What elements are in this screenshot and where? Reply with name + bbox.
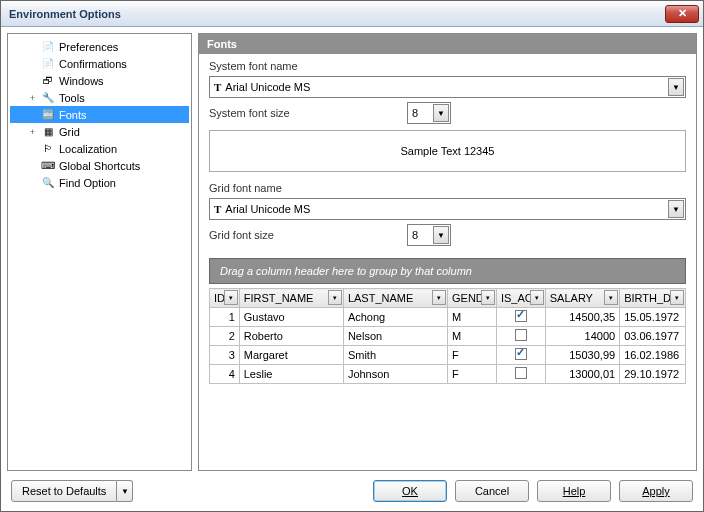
cell: Smith xyxy=(343,346,447,365)
tree-icon: 🔧 xyxy=(41,91,55,105)
expand-icon[interactable]: + xyxy=(28,127,37,137)
col-header-salary[interactable]: SALARY▾ xyxy=(545,289,619,308)
cell: 2 xyxy=(210,327,240,346)
window-title: Environment Options xyxy=(9,8,121,20)
grid-font-name-value: Arial Unicode MS xyxy=(225,203,310,215)
sys-font-name-value: Arial Unicode MS xyxy=(225,81,310,93)
col-header-gend[interactable]: GEND▾ xyxy=(448,289,497,308)
sys-font-name-combo[interactable]: T Arial Unicode MS ▼ xyxy=(209,76,686,98)
cell: Margaret xyxy=(239,346,343,365)
cell xyxy=(496,327,545,346)
label-sys-font-name: System font name xyxy=(209,60,686,72)
cell xyxy=(496,308,545,327)
cell xyxy=(496,365,545,384)
checkbox[interactable] xyxy=(515,310,527,322)
cell: 1 xyxy=(210,308,240,327)
cell: M xyxy=(448,308,497,327)
chevron-down-icon[interactable]: ▾ xyxy=(328,290,342,305)
tree-label: Find Option xyxy=(59,177,116,189)
nav-tree[interactable]: 📄Preferences📄Confirmations🗗Windows+🔧Tool… xyxy=(7,33,192,471)
expand-icon[interactable]: + xyxy=(28,93,37,103)
cell: M xyxy=(448,327,497,346)
label-grid-font-name: Grid font name xyxy=(209,182,686,194)
cell: 16.02.1986 xyxy=(620,346,686,365)
content-panel: Fonts System font name T Arial Unicode M… xyxy=(198,33,697,471)
tree-item-find-option[interactable]: 🔍Find Option xyxy=(10,174,189,191)
checkbox[interactable] xyxy=(515,367,527,379)
chevron-down-icon[interactable]: ▾ xyxy=(530,290,544,305)
grid-font-size-combo[interactable]: 8 ▼ xyxy=(407,224,451,246)
font-icon: T xyxy=(214,81,221,93)
table-row[interactable]: 2RobertoNelsonM1400003.06.1977 xyxy=(210,327,686,346)
data-grid[interactable]: ID▾FIRST_NAME▾LAST_NAME▾GEND▾IS_AC▾SALAR… xyxy=(209,288,686,384)
cell: 03.06.1977 xyxy=(620,327,686,346)
cell: 3 xyxy=(210,346,240,365)
tree-icon: ▦ xyxy=(41,125,55,139)
tree-label: Fonts xyxy=(59,109,87,121)
cell: Leslie xyxy=(239,365,343,384)
col-header-is_ac[interactable]: IS_AC▾ xyxy=(496,289,545,308)
col-label: IS_AC xyxy=(501,292,533,304)
tree-icon: 📄 xyxy=(41,57,55,71)
tree-item-preferences[interactable]: 📄Preferences xyxy=(10,38,189,55)
cell: Johnson xyxy=(343,365,447,384)
tree-icon: 🔍 xyxy=(41,176,55,190)
grid-font-size-value: 8 xyxy=(412,229,418,241)
table-row[interactable]: 3MargaretSmithF15030,9916.02.1986 xyxy=(210,346,686,365)
ok-button[interactable]: OK xyxy=(373,480,447,502)
cell: Roberto xyxy=(239,327,343,346)
tree-item-tools[interactable]: +🔧Tools xyxy=(10,89,189,106)
tree-item-global-shortcuts[interactable]: ⌨Global Shortcuts xyxy=(10,157,189,174)
tree-label: Windows xyxy=(59,75,104,87)
tree-item-grid[interactable]: +▦Grid xyxy=(10,123,189,140)
cancel-button[interactable]: Cancel xyxy=(455,480,529,502)
tree-item-windows[interactable]: 🗗Windows xyxy=(10,72,189,89)
col-header-first_name[interactable]: FIRST_NAME▾ xyxy=(239,289,343,308)
table-row[interactable]: 1GustavoAchongM14500,3515.05.1972 xyxy=(210,308,686,327)
cell: Gustavo xyxy=(239,308,343,327)
tree-label: Localization xyxy=(59,143,117,155)
reset-defaults-button[interactable]: Reset to Defaults xyxy=(11,480,117,502)
chevron-down-icon[interactable]: ▼ xyxy=(433,104,449,122)
checkbox[interactable] xyxy=(515,329,527,341)
font-icon: T xyxy=(214,203,221,215)
help-button[interactable]: Help xyxy=(537,480,611,502)
apply-button[interactable]: Apply xyxy=(619,480,693,502)
reset-defaults-split[interactable]: Reset to Defaults ▼ xyxy=(11,480,133,502)
sample-box: Sample Text 12345 xyxy=(209,130,686,172)
sys-font-size-value: 8 xyxy=(412,107,418,119)
chevron-down-icon[interactable]: ▾ xyxy=(224,290,238,305)
chevron-down-icon[interactable]: ▾ xyxy=(670,290,684,305)
tree-label: Preferences xyxy=(59,41,118,53)
cell: Achong xyxy=(343,308,447,327)
tree-icon: ⌨ xyxy=(41,159,55,173)
sample-text: Sample Text 12345 xyxy=(401,145,495,157)
checkbox[interactable] xyxy=(515,348,527,360)
dialog-footer: Reset to Defaults ▼ OK Cancel Help Apply xyxy=(1,477,703,505)
grid-font-name-combo[interactable]: T Arial Unicode MS ▼ xyxy=(209,198,686,220)
col-header-birth_d[interactable]: BIRTH_D▾ xyxy=(620,289,686,308)
chevron-down-icon[interactable]: ▾ xyxy=(481,290,495,305)
col-label: FIRST_NAME xyxy=(244,292,314,304)
close-button[interactable]: ✕ xyxy=(665,5,699,23)
col-header-last_name[interactable]: LAST_NAME▾ xyxy=(343,289,447,308)
chevron-down-icon[interactable]: ▼ xyxy=(433,226,449,244)
tree-icon: 🔤 xyxy=(41,108,55,122)
table-row[interactable]: 4LeslieJohnsonF13000,0129.10.1972 xyxy=(210,365,686,384)
chevron-down-icon[interactable]: ▾ xyxy=(604,290,618,305)
group-by-bar[interactable]: Drag a column header here to group by th… xyxy=(209,258,686,284)
tree-item-fonts[interactable]: 🔤Fonts xyxy=(10,106,189,123)
sys-font-size-combo[interactable]: 8 ▼ xyxy=(407,102,451,124)
chevron-down-icon[interactable]: ▼ xyxy=(117,480,133,502)
col-header-id[interactable]: ID▾ xyxy=(210,289,240,308)
label-sys-font-size: System font size xyxy=(209,107,399,119)
tree-label: Confirmations xyxy=(59,58,127,70)
tree-item-confirmations[interactable]: 📄Confirmations xyxy=(10,55,189,72)
chevron-down-icon[interactable]: ▼ xyxy=(668,78,684,96)
chevron-down-icon[interactable]: ▼ xyxy=(668,200,684,218)
chevron-down-icon[interactable]: ▾ xyxy=(432,290,446,305)
tree-icon: 🗗 xyxy=(41,74,55,88)
tree-item-localization[interactable]: 🏳Localization xyxy=(10,140,189,157)
col-label: GEND xyxy=(452,292,484,304)
col-label: SALARY xyxy=(550,292,593,304)
